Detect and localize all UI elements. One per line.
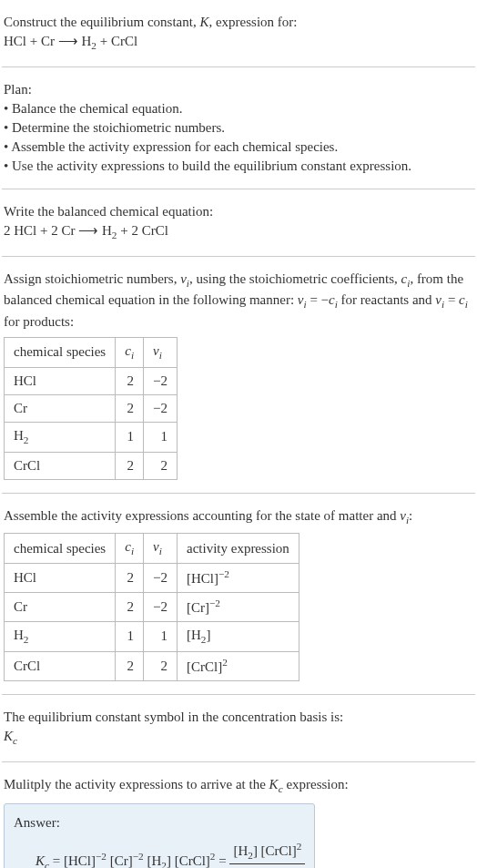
activity-table: chemical species ci νi activity expressi… — [4, 533, 299, 681]
table-row: Cr 2 −2 — [5, 394, 178, 422]
sub-i: i — [131, 350, 134, 361]
ae-sup: −2 — [218, 568, 229, 579]
K-sym: K — [36, 854, 45, 868]
cell-nu: −2 — [144, 394, 178, 422]
th-ci: ci — [116, 338, 144, 368]
eq-lhs: HCl + Cr — [4, 34, 58, 48]
cell-c: 2 — [116, 564, 144, 593]
cell-species: HCl — [5, 564, 116, 593]
c-sym: c — [125, 539, 131, 554]
activity-section: Assemble the activity expressions accoun… — [2, 501, 475, 687]
bal-lhs: 2 HCl + 2 Cr — [4, 223, 78, 238]
eq-sign: = — [49, 854, 64, 868]
frac-denominator: [HCl]2 [Cr]2 — [229, 864, 305, 868]
act-t1: Assemble the activity expressions accoun… — [4, 508, 400, 523]
th-nui: νi — [144, 534, 178, 564]
cell-nu: 2 — [144, 651, 178, 680]
plan-section: Plan: • Balance the chemical equation. •… — [2, 75, 475, 181]
cell-c: 2 — [116, 593, 144, 622]
answer-equation: Kc = [HCl]−2 [Cr]−2 [H2] [CrCl]2 = [H2] … — [36, 840, 305, 868]
cell-nu: 1 — [144, 422, 178, 452]
sub-i: i — [465, 299, 468, 310]
c-sym: c — [125, 343, 131, 358]
cell-c: 2 — [116, 394, 144, 422]
table-row: HCl 2 −2 [HCl]−2 — [5, 564, 299, 593]
arrow-icon: ⟶ — [58, 34, 78, 48]
sub-i: i — [131, 546, 134, 557]
term: ] [CrCl] — [253, 843, 297, 858]
sub-i: i — [159, 546, 162, 557]
cell-activity: [CrCl]2 — [177, 651, 299, 680]
answer-label: Answer: — [14, 813, 305, 832]
cell-activity: [HCl]−2 — [177, 564, 299, 593]
ae-sup: 2 — [222, 657, 228, 668]
fraction: [H2] [CrCl]2[HCl]2 [Cr]2 — [229, 840, 305, 868]
bal-rhs-h2: H — [98, 223, 112, 238]
ae-br: [CrCl] — [187, 659, 222, 674]
table-row: CrCl 2 2 — [5, 452, 178, 479]
cell-species: H2 — [5, 622, 116, 652]
mult-t2: expression: — [283, 777, 349, 791]
nu-sym: ν — [153, 343, 159, 358]
cell-species: H2 — [5, 422, 116, 452]
table-header-row: chemical species ci νi activity expressi… — [5, 534, 299, 564]
sub-i: i — [159, 350, 162, 361]
sub-2: 2 — [24, 434, 29, 445]
term: [H — [233, 843, 248, 858]
c-sym: c — [329, 292, 335, 307]
mult-t1: Mulitply the activity expressions to arr… — [4, 777, 269, 791]
nu-sym: ν — [400, 508, 406, 523]
intro-text: Construct the equilibrium constant, — [4, 15, 199, 29]
plan-b1: • Balance the chemical equation. — [4, 99, 473, 118]
term: [H — [144, 854, 162, 868]
exp: −2 — [133, 852, 144, 863]
bal-rhs-end: + 2 CrCl — [117, 223, 167, 238]
eq-rhs-h2: H — [78, 34, 92, 48]
table-row: HCl 2 −2 — [5, 367, 178, 394]
cell-species: Cr — [5, 394, 116, 422]
exp: 2 — [297, 841, 302, 852]
sub-2: 2 — [24, 634, 29, 645]
plan-b4: • Use the activity expressions to build … — [4, 157, 473, 176]
eq-part: = − — [307, 292, 329, 307]
cell-activity: [Cr]−2 — [177, 593, 299, 622]
th-activity: activity expression — [177, 534, 299, 564]
cell-nu: 2 — [144, 452, 178, 479]
K-symbol: K — [199, 15, 208, 29]
nu-sym: ν — [153, 539, 159, 554]
nu-sym: ν — [180, 271, 187, 286]
frac-numerator: [H2] [CrCl]2 — [229, 840, 305, 864]
ae-close: ] — [206, 628, 210, 642]
stoich-t5: for products: — [4, 314, 74, 329]
cell-activity: [H2] — [177, 622, 299, 652]
divider — [2, 256, 475, 257]
exp: −2 — [96, 852, 107, 863]
eq-part: = — [444, 292, 459, 307]
intro-suffix: , expression for: — [208, 15, 297, 29]
th-species: chemical species — [5, 534, 116, 564]
cell-c: 2 — [116, 651, 144, 680]
balanced-section: Write the balanced chemical equation: 2 … — [2, 197, 475, 249]
nu-sym: ν — [435, 292, 441, 307]
eq-sign: = — [215, 854, 229, 868]
ae-br: [H — [187, 628, 201, 642]
c-sub: c — [13, 735, 17, 746]
cell-species: Cr — [5, 593, 116, 622]
plan-b3: • Assemble the activity expression for e… — [4, 138, 473, 157]
table-row: Cr 2 −2 [Cr]−2 — [5, 593, 299, 622]
ae-br: [HCl] — [187, 571, 218, 586]
cell-nu: −2 — [144, 593, 178, 622]
plan-header: Plan: — [4, 80, 473, 99]
th-nui: νi — [144, 338, 178, 368]
cell-c: 1 — [116, 622, 144, 652]
cell-species: CrCl — [5, 452, 116, 479]
K-sym: K — [269, 777, 279, 791]
stoich-t4: for reactants and — [338, 292, 435, 307]
cell-c: 2 — [116, 452, 144, 479]
c-sym: c — [459, 292, 465, 307]
kc-text: The equilibrium constant symbol in the c… — [4, 708, 473, 727]
stoich-t2: , using the stoichiometric coefficients, — [189, 271, 401, 286]
cell-nu: 1 — [144, 622, 178, 652]
divider — [2, 493, 475, 494]
cell-nu: −2 — [144, 367, 178, 394]
